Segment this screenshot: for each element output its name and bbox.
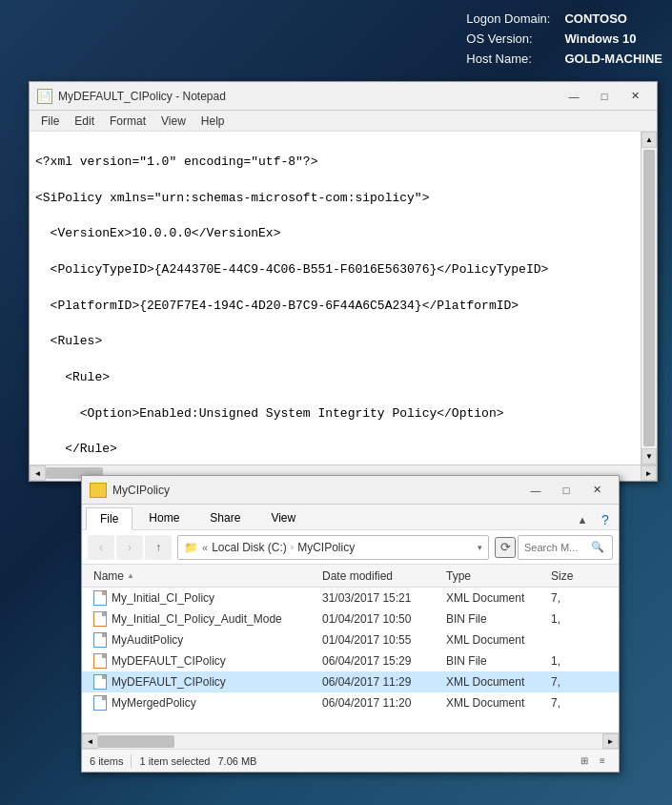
file-row-5[interactable]: MyDEFAULT_CIPolicy 06/04/2017 11:29 XML … — [82, 671, 619, 692]
code-line-4: <PolicyTypeID>{A244370E-44C9-4C06-B551-F… — [35, 261, 635, 279]
os-label: OS Version: — [466, 30, 550, 50]
file-size-4: 1, — [547, 654, 604, 668]
notepad-menu-edit[interactable]: Edit — [67, 113, 102, 130]
view-buttons: ⊞ ≡ — [576, 753, 611, 770]
file-date-2: 01/04/2017 10:50 — [318, 612, 442, 626]
file-size-1: 7, — [547, 591, 604, 605]
notepad-menu-view[interactable]: View — [153, 113, 193, 130]
explorer-window-controls: — □ ✕ — [521, 481, 611, 500]
ribbon-tab-file[interactable]: File — [86, 507, 132, 530]
host-label: Host Name: — [466, 50, 550, 70]
nav-up-button[interactable]: ↑ — [145, 535, 172, 560]
address-dropdown-icon[interactable]: ▾ — [478, 543, 482, 552]
file-date-6: 06/04/2017 11:20 — [318, 696, 442, 710]
view-list-button[interactable]: ≡ — [594, 753, 611, 770]
notepad-menu-help[interactable]: Help — [193, 113, 233, 130]
hscroll-right-arrow[interactable]: ► — [602, 733, 619, 749]
file-name-6: MyMergedPolicy — [90, 695, 318, 711]
file-name-2: My_Initial_CI_Policy_Audit_Mode — [90, 611, 318, 627]
code-line-7: <Rule> — [35, 369, 635, 387]
col-header-date[interactable]: Date modified — [318, 569, 442, 583]
col-header-name[interactable]: Name ▲ — [90, 569, 318, 583]
scroll-thumb-vertical[interactable] — [643, 150, 655, 446]
file-type-3: XML Document — [442, 633, 547, 647]
explorer-maximize-button[interactable]: □ — [552, 481, 580, 500]
code-line-3: <VersionEx>10.0.0.0</VersionEx> — [35, 225, 635, 243]
hscroll-thumb[interactable] — [98, 735, 174, 748]
file-row-1[interactable]: My_Initial_CI_Policy 31/03/2017 15:21 XM… — [82, 588, 619, 609]
hscroll-track — [98, 733, 602, 749]
explorer-toolbar: ‹ › ↑ 📁 « Local Disk (C:) › MyCIPolicy ▾… — [82, 530, 619, 565]
col-date-label: Date modified — [322, 569, 393, 583]
notepad-vertical-scrollbar[interactable]: ▲ ▼ — [641, 132, 657, 464]
status-size: 7.06 MB — [217, 755, 256, 767]
notepad-maximize-button[interactable]: □ — [590, 87, 619, 106]
col-type-label: Type — [446, 569, 471, 583]
file-name-1: My_Initial_CI_Policy — [90, 590, 318, 606]
hscroll-left-arrow[interactable]: ◄ — [82, 733, 98, 749]
scroll-right-arrow[interactable]: ► — [641, 465, 657, 481]
explorer-close-button[interactable]: ✕ — [582, 481, 611, 500]
view-details-button[interactable]: ⊞ — [576, 753, 593, 770]
ribbon-tab-share[interactable]: Share — [195, 506, 255, 529]
ribbon-tab-view[interactable]: View — [256, 506, 310, 529]
file-date-4: 06/04/2017 15:29 — [318, 654, 442, 668]
file-type-2: BIN File — [442, 612, 547, 626]
col-sort-arrow: ▲ — [127, 571, 134, 580]
file-row-6[interactable]: MyMergedPolicy 06/04/2017 11:20 XML Docu… — [82, 692, 619, 713]
desktop: Logon Domain: CONTOSO OS Version: Window… — [0, 0, 672, 805]
explorer-folder-icon — [90, 483, 107, 498]
file-icon-6 — [93, 695, 107, 711]
file-icon-4 — [93, 653, 107, 669]
file-size-2: 1, — [547, 612, 604, 626]
search-box[interactable]: 🔍 — [518, 535, 613, 560]
ribbon-tab-home[interactable]: Home — [134, 506, 193, 529]
file-icon-2 — [93, 611, 107, 627]
address-drive[interactable]: Local Disk (C:) — [212, 541, 287, 554]
file-row-4[interactable]: MyDEFAULT_CIPolicy 06/04/2017 15:29 BIN … — [82, 650, 619, 671]
notepad-minimize-button[interactable]: — — [560, 87, 588, 106]
system-info-panel: Logon Domain: CONTOSO OS Version: Window… — [466, 10, 662, 69]
file-list-header: Name ▲ Date modified Type Size — [82, 565, 619, 588]
explorer-window: MyCIPolicy — □ ✕ File Home Share View ▲ … — [81, 475, 620, 773]
notepad-menu-format[interactable]: Format — [102, 113, 153, 130]
file-size-6: 7, — [547, 696, 604, 710]
code-line-5: <PlatformID>{2E07F7E4-194C-4D20-B7C9-6F4… — [35, 298, 635, 316]
col-name-label: Name — [93, 569, 124, 583]
notepad-menu-file[interactable]: File — [33, 113, 67, 130]
col-header-type[interactable]: Type — [442, 569, 547, 583]
file-type-6: XML Document — [442, 696, 547, 710]
code-line-2: <SiPolicy xmlns="urn:schemas-microsoft-c… — [35, 190, 635, 208]
address-folder[interactable]: MyCIPolicy — [297, 541, 355, 554]
file-name-4: MyDEFAULT_CIPolicy — [90, 653, 318, 669]
refresh-button[interactable]: ⟳ — [495, 537, 516, 558]
ribbon-collapse-button[interactable]: ▲ — [573, 510, 592, 529]
explorer-horizontal-scrollbar[interactable]: ◄ ► — [82, 733, 619, 749]
address-bar[interactable]: 📁 « Local Disk (C:) › MyCIPolicy ▾ — [177, 535, 489, 560]
explorer-title: MyCIPolicy — [112, 484, 521, 497]
status-separator-1 — [131, 754, 132, 768]
file-row-2[interactable]: My_Initial_CI_Policy_Audit_Mode 01/04/20… — [82, 609, 619, 630]
notepad-content[interactable]: <?xml version="1.0" encoding="utf-8"?> <… — [30, 132, 657, 464]
code-line-9: </Rule> — [35, 441, 635, 459]
nav-forward-button[interactable]: › — [116, 535, 143, 560]
notepad-close-button[interactable]: ✕ — [621, 87, 649, 106]
code-line-8: <Option>Enabled:Unsigned System Integrit… — [35, 405, 635, 423]
file-icon-1 — [93, 590, 107, 606]
scroll-left-arrow[interactable]: ◄ — [30, 465, 46, 481]
file-date-5: 06/04/2017 11:29 — [318, 675, 442, 689]
search-input[interactable] — [524, 542, 591, 553]
scroll-down-arrow[interactable]: ▼ — [641, 448, 657, 464]
scroll-up-arrow[interactable]: ▲ — [641, 132, 657, 148]
file-date-3: 01/04/2017 10:55 — [318, 633, 442, 647]
help-button[interactable]: ? — [596, 510, 615, 529]
host-value: GOLD-MACHINE — [564, 50, 662, 70]
search-icon[interactable]: 🔍 — [591, 541, 604, 553]
address-folder-icon: 📁 — [184, 541, 198, 554]
file-type-5: XML Document — [442, 675, 547, 689]
file-row-3[interactable]: MyAuditPolicy 01/04/2017 10:55 XML Docum… — [82, 630, 619, 650]
nav-back-button[interactable]: ‹ — [88, 535, 114, 560]
explorer-minimize-button[interactable]: — — [521, 481, 550, 500]
notepad-text-area[interactable]: <?xml version="1.0" encoding="utf-8"?> <… — [30, 132, 641, 464]
col-header-size[interactable]: Size — [547, 569, 604, 583]
